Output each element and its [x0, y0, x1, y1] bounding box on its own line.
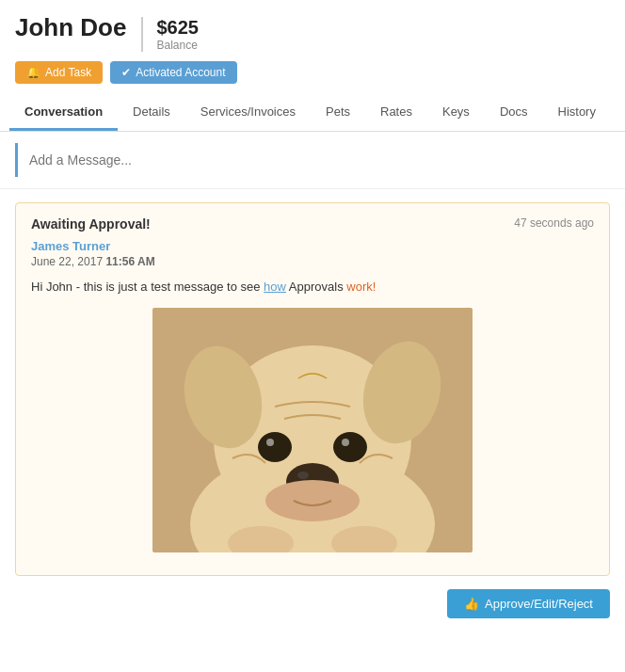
- tab-rates[interactable]: Rates: [365, 95, 427, 131]
- approve-label: Approve/Edit/Reject: [485, 597, 593, 611]
- sender-date: June 22, 2017 11:56 AM: [31, 255, 594, 268]
- balance-block: $625 Balance: [141, 17, 199, 52]
- page-header: John Doe $625 Balance: [0, 0, 625, 61]
- add-task-label: Add Task: [45, 66, 91, 79]
- msg-before: Hi John - this is just a test message to…: [31, 280, 264, 294]
- message-card: Awaiting Approval! 47 seconds ago James …: [15, 202, 610, 576]
- tabs-container: Conversation Details Services/Invoices P…: [0, 95, 625, 132]
- tab-keys[interactable]: Keys: [427, 95, 485, 131]
- bell-icon: 🔔: [26, 66, 40, 79]
- msg-link-work: work!: [346, 280, 376, 294]
- svg-point-5: [258, 432, 292, 462]
- tab-details[interactable]: Details: [118, 95, 185, 131]
- dog-image: [152, 308, 473, 552]
- add-task-button[interactable]: 🔔 Add Task: [15, 61, 103, 84]
- svg-point-7: [266, 439, 274, 446]
- balance-label: Balance: [156, 39, 199, 52]
- header-buttons: 🔔 Add Task ✔ Activated Account: [0, 61, 625, 95]
- tab-docs[interactable]: Docs: [485, 95, 543, 131]
- message-input[interactable]: [15, 143, 610, 177]
- msg-link-how[interactable]: how: [264, 280, 286, 294]
- tab-conversation[interactable]: Conversation: [9, 95, 118, 131]
- message-input-area: [0, 132, 625, 189]
- balance-amount: $625: [156, 17, 199, 39]
- tab-services-invoices[interactable]: Services/Invoices: [185, 95, 311, 131]
- message-card-header: Awaiting Approval! 47 seconds ago: [31, 216, 594, 232]
- msg-middle: Approvals: [286, 280, 346, 294]
- thumbs-up-icon: 👍: [464, 597, 479, 611]
- approve-edit-reject-button[interactable]: 👍 Approve/Edit/Reject: [447, 589, 610, 618]
- activated-account-button[interactable]: ✔ Activated Account: [110, 61, 236, 84]
- time-text: 11:56 AM: [105, 255, 154, 268]
- svg-point-10: [297, 472, 309, 479]
- approve-button-row: 👍 Approve/Edit/Reject: [0, 589, 625, 633]
- activated-label: Activated Account: [136, 66, 225, 79]
- message-body: Hi John - this is just a test message to…: [31, 278, 594, 296]
- tab-history[interactable]: History: [543, 95, 611, 131]
- time-ago: 47 seconds ago: [514, 216, 594, 230]
- sender-name[interactable]: James Turner: [31, 239, 594, 253]
- tab-pets[interactable]: Pets: [311, 95, 365, 131]
- svg-point-8: [342, 439, 349, 446]
- svg-point-11: [265, 480, 360, 521]
- date-text: June 22, 2017: [31, 255, 103, 268]
- awaiting-label: Awaiting Approval!: [31, 216, 151, 232]
- svg-point-6: [333, 432, 367, 462]
- check-icon: ✔: [121, 66, 131, 79]
- user-name: John Doe: [15, 13, 126, 42]
